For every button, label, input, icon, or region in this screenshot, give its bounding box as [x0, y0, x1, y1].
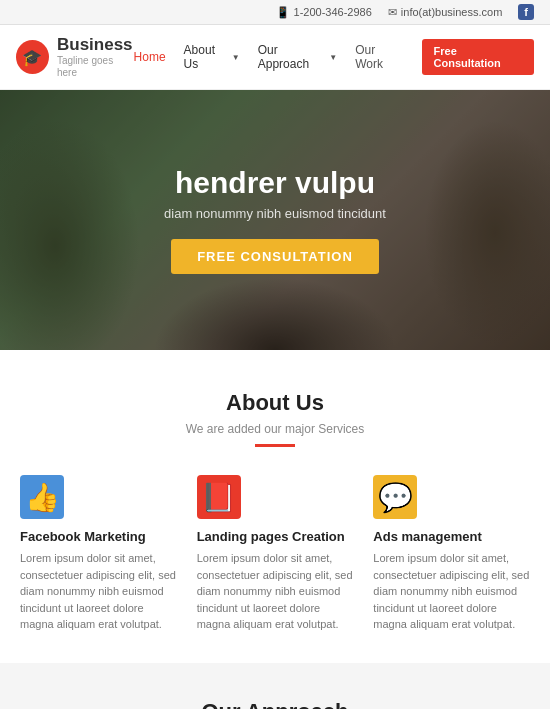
feature-ads-text: Lorem ipsum dolor sit amet, consectetuer…	[373, 550, 530, 633]
hero-content: hendrer vulpu diam nonummy nibh euismod …	[164, 166, 386, 274]
facebook-label: f	[524, 6, 528, 18]
nav-cta-button[interactable]: Free Consultation	[422, 39, 534, 75]
features-list: 👍 Facebook Marketing Lorem ipsum dolor s…	[20, 475, 530, 633]
topbar-facebook[interactable]: f	[518, 4, 534, 20]
hero-section: hendrer vulpu diam nonummy nibh euismod …	[0, 90, 550, 350]
phone-number: 1-200-346-2986	[294, 6, 372, 18]
hero-title: hendrer vulpu	[164, 166, 386, 200]
topbar: 📱 1-200-346-2986 ✉ info(at)business.com …	[0, 0, 550, 25]
feature-landing: 📕 Landing pages Creation Lorem ipsum dol…	[197, 475, 354, 633]
nav-home[interactable]: Home	[134, 50, 166, 64]
feature-ads: 💬 Ads management Lorem ipsum dolor sit a…	[373, 475, 530, 633]
feature-facebook-text: Lorem ipsum dolor sit amet, consectetuer…	[20, 550, 177, 633]
nav-work[interactable]: Our Work	[355, 43, 403, 71]
approach-section: Our Approach Check Our Approaches step b…	[0, 663, 550, 709]
tagline: Tagline goes here	[57, 55, 134, 79]
facebook-marketing-icon: 👍	[20, 475, 64, 519]
approach-title: Our Approach	[20, 699, 530, 709]
main-nav: Home About Us ▼ Our Approach ▼ Our Work …	[134, 39, 534, 75]
feature-ads-title: Ads management	[373, 529, 530, 544]
hero-subtitle: diam nonummy nibh euismod tincidunt	[164, 206, 386, 221]
phone-icon: 📱	[276, 6, 290, 19]
about-divider	[255, 444, 295, 447]
chevron-down-icon: ▼	[232, 53, 240, 62]
hero-cta-button[interactable]: FREE CONSULTATION	[171, 239, 379, 274]
logo: 🎓 Business Tagline goes here	[16, 35, 134, 79]
topbar-email: ✉ info(at)business.com	[388, 6, 503, 19]
topbar-phone: 📱 1-200-346-2986	[276, 6, 372, 19]
about-section: About Us We are added our major Services…	[0, 350, 550, 663]
feature-landing-text: Lorem ipsum dolor sit amet, consectetuer…	[197, 550, 354, 633]
logo-text: Business Tagline goes here	[57, 35, 134, 79]
chevron-down-icon: ▼	[329, 53, 337, 62]
about-title: About Us	[20, 390, 530, 416]
landing-pages-icon: 📕	[197, 475, 241, 519]
feature-facebook: 👍 Facebook Marketing Lorem ipsum dolor s…	[20, 475, 177, 633]
feature-landing-title: Landing pages Creation	[197, 529, 354, 544]
about-subtitle: We are added our major Services	[20, 422, 530, 436]
header: 🎓 Business Tagline goes here Home About …	[0, 25, 550, 90]
ads-management-icon: 💬	[373, 475, 417, 519]
feature-facebook-title: Facebook Marketing	[20, 529, 177, 544]
nav-approach[interactable]: Our Approach ▼	[258, 43, 337, 71]
email-address: info(at)business.com	[401, 6, 503, 18]
brand-name: Business	[57, 35, 134, 55]
nav-about[interactable]: About Us ▼	[184, 43, 240, 71]
logo-icon: 🎓	[16, 40, 49, 74]
email-icon: ✉	[388, 6, 397, 19]
